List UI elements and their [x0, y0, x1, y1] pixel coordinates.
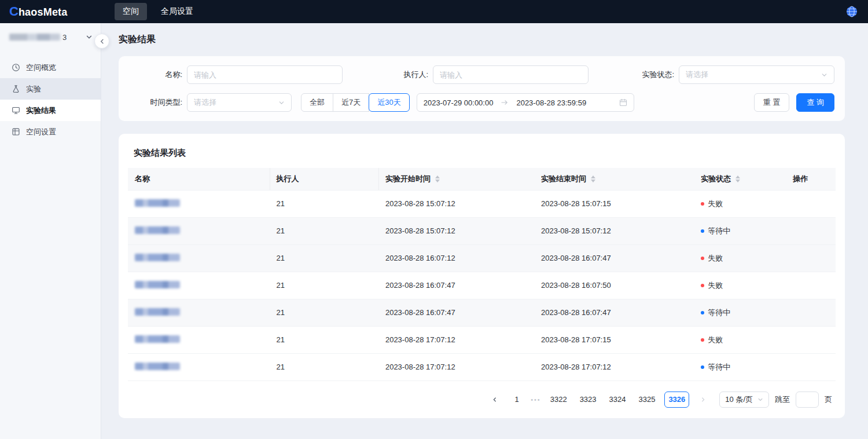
logo-text: haosMeta: [19, 6, 68, 19]
jump-page-input[interactable]: [796, 392, 819, 408]
range-30days-button[interactable]: 近30天: [369, 93, 409, 112]
sidebar-item-space-settings[interactable]: 空间设置: [0, 121, 101, 142]
calendar-icon: [619, 98, 627, 107]
settings-icon: [12, 127, 20, 136]
status-badge: 失败: [708, 253, 723, 264]
chaosmeta-logo[interactable]: ChaosMeta: [9, 4, 102, 19]
experiment-name-link-blurred[interactable]: [135, 308, 180, 316]
experiment-name-link-blurred[interactable]: [135, 335, 180, 343]
tab-space[interactable]: 空间: [115, 3, 147, 20]
quick-range-group: 全部 近7天 近30天: [301, 93, 410, 112]
range-all-button[interactable]: 全部: [301, 93, 333, 112]
next-page-button[interactable]: [695, 392, 711, 408]
chevron-down-icon: [757, 397, 763, 403]
page-number-3325[interactable]: 3325: [635, 392, 659, 408]
row-actions: [786, 326, 836, 353]
name-filter-input[interactable]: [187, 65, 343, 84]
workspace-selector[interactable]: 3: [0, 23, 101, 51]
sidebar-item-label: 实验: [26, 84, 41, 94]
page-number-3322[interactable]: 3322: [547, 392, 571, 408]
search-button[interactable]: 查 询: [796, 93, 834, 112]
date-range-picker[interactable]: 2023-07-29 00:00:00 2023-08-28 23:59:59: [417, 93, 634, 112]
main-content: 实验结果 名称: 执行人: 实验状态: 请选择: [101, 23, 868, 439]
arrow-right-icon: [501, 100, 508, 105]
col-name: 名称: [128, 168, 270, 190]
pagination: 1 ••• 3322 3323 3324 3325 3326 10 条/页: [131, 392, 832, 408]
range-7days-button[interactable]: 近7天: [333, 93, 369, 112]
flask-icon: [12, 85, 20, 93]
time-type-field: 时间类型: 请选择: [129, 93, 292, 112]
experiment-name-link-blurred[interactable]: [135, 254, 180, 261]
table-row: 21 2023-08-28 17:07:12 2023-08-28 17:07:…: [128, 326, 836, 353]
sidebar-menu: 空间概览 实验 实验结果: [0, 57, 101, 142]
sidebar-item-label: 空间设置: [26, 127, 56, 137]
status-filter-label: 实验状态:: [621, 69, 674, 80]
chevron-right-icon: [700, 397, 706, 403]
status-dot: [701, 257, 704, 260]
table-row: 21 2023-08-28 17:07:12 2023-08-28 17:07:…: [128, 353, 836, 381]
overview-icon: [12, 63, 20, 72]
top-bar: ChaosMeta 空间 全局设置: [0, 0, 868, 23]
status-dot: [701, 284, 704, 287]
status-badge: 等待中: [708, 362, 730, 372]
sidebar-item-experiment-results[interactable]: 实验结果: [0, 100, 101, 121]
row-actions: [786, 272, 836, 299]
sort-icon[interactable]: [735, 175, 740, 182]
jump-to-label: 跳至: [775, 394, 790, 405]
sidebar-item-overview[interactable]: 空间概览: [0, 57, 101, 78]
col-start-time[interactable]: 实验开始时间: [378, 168, 534, 190]
sort-icon[interactable]: [435, 175, 440, 182]
status-badge: 等待中: [708, 226, 730, 236]
body-wrap: 3 空间概览 实验: [0, 23, 868, 439]
col-actions: 操作: [786, 168, 836, 190]
status-badge: 失败: [708, 199, 723, 209]
pagination-ellipsis[interactable]: •••: [531, 396, 541, 403]
globe-icon: [845, 5, 858, 18]
status-dot: [701, 311, 704, 314]
sort-icon[interactable]: [591, 175, 595, 182]
app-root: ChaosMeta 空间 全局设置 3: [0, 0, 868, 439]
table-row: 21 2023-08-28 16:07:12 2023-08-28 16:07:…: [128, 244, 836, 272]
top-nav: 空间 全局设置: [115, 3, 201, 20]
status-badge: 等待中: [708, 308, 730, 318]
reset-button[interactable]: 重 置: [754, 93, 790, 112]
experiment-name-link-blurred[interactable]: [135, 226, 180, 234]
status-filter-select[interactable]: 请选择: [679, 65, 834, 84]
page-size-select[interactable]: 10 条/页: [719, 392, 769, 408]
col-end-time[interactable]: 实验结束时间: [534, 168, 694, 190]
experiment-name-link-blurred[interactable]: [135, 199, 180, 207]
page-unit-label: 页: [825, 394, 832, 405]
name-filter-label: 名称:: [129, 69, 182, 80]
page-number-3326-current[interactable]: 3326: [664, 392, 689, 408]
sidebar-collapse-button[interactable]: [94, 34, 109, 49]
table-row: 21 2023-08-28 15:07:12 2023-08-28 15:07:…: [128, 190, 836, 217]
col-executor: 执行人: [270, 168, 378, 190]
status-dot: [701, 202, 704, 206]
chevron-down-icon: [821, 72, 827, 78]
sidebar-item-experiment[interactable]: 实验: [0, 78, 101, 100]
filter-card: 名称: 执行人: 实验状态: 请选择: [119, 56, 845, 121]
experiment-name-link-blurred[interactable]: [135, 363, 180, 370]
executor-filter-label: 执行人:: [375, 69, 428, 80]
col-status[interactable]: 实验状态: [694, 168, 786, 190]
sidebar: 3 空间概览 实验: [0, 23, 101, 439]
executor-filter-input[interactable]: [433, 65, 589, 84]
page-size-value: 10 条/页: [725, 394, 753, 405]
table-row: 21 2023-08-28 16:07:47 2023-08-28 16:07:…: [128, 272, 836, 299]
chevron-left-icon: [99, 38, 105, 45]
page-number-3324[interactable]: 3324: [606, 392, 630, 408]
tab-global-settings[interactable]: 全局设置: [153, 3, 201, 20]
language-globe-button[interactable]: [845, 5, 859, 19]
page-number-1[interactable]: 1: [509, 392, 525, 408]
monitor-icon: [12, 106, 20, 115]
time-type-placeholder: 请选择: [194, 97, 278, 108]
sidebar-item-label: 实验结果: [26, 105, 56, 116]
time-type-select[interactable]: 请选择: [187, 93, 292, 112]
experiment-name-link-blurred[interactable]: [135, 281, 180, 288]
name-filter-field: 名称:: [129, 65, 343, 84]
sidebar-item-label: 空间概览: [26, 63, 56, 73]
row-actions: [786, 217, 836, 244]
prev-page-button[interactable]: [487, 392, 503, 408]
row-actions: [786, 190, 836, 217]
page-number-3323[interactable]: 3323: [576, 392, 600, 408]
